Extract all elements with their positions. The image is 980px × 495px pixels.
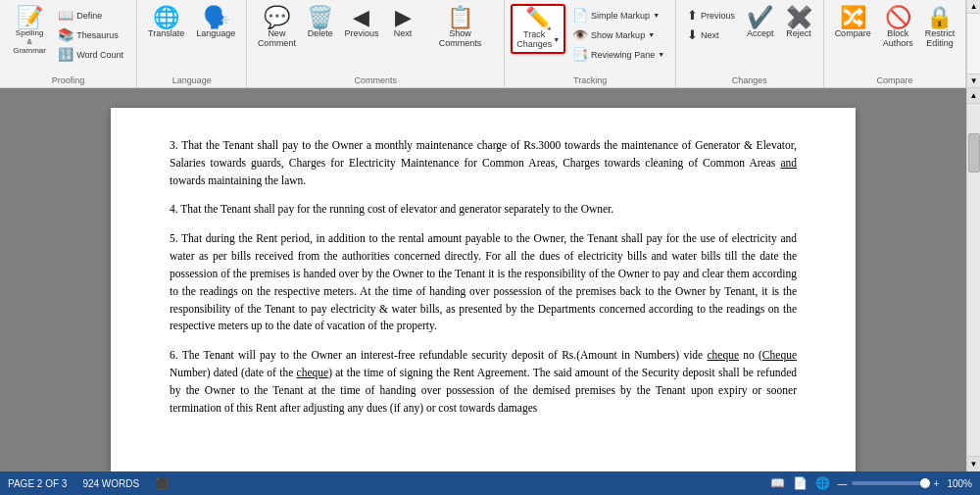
- define-button[interactable]: 📖 Define: [53, 6, 128, 25]
- track-changes-arrow: ▼: [553, 36, 560, 44]
- scrollbar-thumb[interactable]: [968, 133, 980, 173]
- track-changes-button[interactable]: ✏️ TrackChanges ▼: [511, 4, 565, 54]
- word-count-icon: 🔢: [58, 47, 74, 62]
- simple-markup-arrow: ▼: [653, 12, 660, 19]
- new-comment-label: NewComment: [258, 29, 296, 49]
- language-button[interactable]: 🗣️ Language: [191, 4, 240, 42]
- record-icon: ⬛: [155, 477, 169, 490]
- show-comments-icon: 📋: [447, 7, 473, 28]
- comments-group-label: Comments: [253, 74, 498, 85]
- tracking-small-buttons: 📄 Simple Markup ▼ 👁️ Show Markup ▼ 📑 Rev…: [567, 4, 669, 64]
- simple-markup-label: Simple Markup: [591, 11, 650, 21]
- show-comments-button[interactable]: 📋 Show Comments: [422, 4, 498, 52]
- next-change-icon: ⬇: [687, 27, 698, 42]
- next-comment-icon: ▶: [395, 7, 412, 28]
- next-change-button[interactable]: ⬇ Next: [682, 25, 740, 44]
- next-comment-button[interactable]: ▶ Next: [385, 4, 420, 42]
- restrict-editing-button[interactable]: 🔒 RestrictEditing: [920, 4, 960, 52]
- thesaurus-icon: 📚: [58, 27, 74, 42]
- document-scrollbar[interactable]: ▲ ▼: [966, 88, 980, 471]
- translate-icon: 🌐: [153, 7, 179, 28]
- changes-nav-col: ⬆ Previous ⬇ Next: [682, 4, 740, 44]
- web-layout-icon[interactable]: 🌐: [815, 476, 830, 490]
- spelling-grammar-button[interactable]: 📝 Spelling &Grammar: [8, 4, 51, 58]
- underline-cheque-number: Cheque: [762, 349, 797, 361]
- simple-markup-icon: 📄: [572, 8, 588, 23]
- show-markup-button[interactable]: 👁️ Show Markup ▼: [567, 25, 669, 44]
- delete-comment-button[interactable]: 🗑️ Delete: [302, 4, 337, 42]
- compare-button[interactable]: 🔀 Compare: [830, 4, 876, 42]
- accept-icon: ✔️: [747, 7, 773, 28]
- reviewing-pane-label: Reviewing Pane: [591, 50, 655, 60]
- zoom-slider[interactable]: [852, 481, 930, 485]
- paragraph-5: 5. That during the Rent period, in addit…: [170, 230, 797, 335]
- new-comment-button[interactable]: 💬 NewComment: [253, 4, 300, 52]
- comments-group: 💬 NewComment 🗑️ Delete ◀ Previous ▶ Next…: [247, 0, 505, 87]
- reviewing-pane-button[interactable]: 📑 Reviewing Pane ▼: [567, 45, 669, 64]
- reviewing-pane-icon: 📑: [572, 47, 588, 62]
- document-page[interactable]: 3. That the Tenant shall pay to the Owne…: [111, 108, 856, 471]
- restrict-editing-label: RestrictEditing: [925, 29, 956, 49]
- show-comments-label: Show Comments: [427, 29, 493, 49]
- previous-change-icon: ⬆: [687, 8, 698, 23]
- define-label: Define: [76, 11, 102, 21]
- previous-change-label: Previous: [701, 11, 735, 21]
- ribbon-scroll-up[interactable]: ▲: [967, 0, 980, 14]
- reject-button[interactable]: ✖️ Reject: [781, 4, 817, 42]
- changes-buttons: ⬆ Previous ⬇ Next ✔️ Accept ✖️ Reject: [682, 4, 817, 74]
- previous-change-button[interactable]: ⬆ Previous: [682, 6, 740, 25]
- tracking-buttons: ✏️ TrackChanges ▼ 📄 Simple Markup ▼ 👁️ S…: [511, 4, 669, 74]
- compare-group: 🔀 Compare 🚫 BlockAuthors 🔒 RestrictEditi…: [824, 0, 967, 87]
- proofing-buttons: 📝 Spelling &Grammar 📖 Define 📚 Thesaurus…: [8, 4, 128, 74]
- tracking-group: ✏️ TrackChanges ▼ 📄 Simple Markup ▼ 👁️ S…: [505, 0, 676, 87]
- zoom-out-icon[interactable]: —: [838, 478, 848, 489]
- translate-button[interactable]: 🌐 Translate: [143, 4, 189, 42]
- underline-cheque-2: cheque: [297, 367, 329, 378]
- underline-cheque-1: cheque: [707, 349, 739, 361]
- block-authors-label: BlockAuthors: [883, 29, 913, 49]
- show-markup-label: Show Markup: [591, 30, 645, 40]
- spelling-grammar-label: Spelling &Grammar: [13, 29, 46, 55]
- ribbon: 📝 Spelling &Grammar 📖 Define 📚 Thesaurus…: [0, 0, 980, 88]
- block-authors-button[interactable]: 🚫 BlockAuthors: [878, 4, 918, 52]
- document-container: 3. That the Tenant shall pay to the Owne…: [0, 88, 980, 471]
- word-count-status: 924 WORDS: [82, 478, 139, 489]
- zoom-slider-thumb[interactable]: [920, 478, 930, 488]
- simple-markup-button[interactable]: 📄 Simple Markup ▼: [567, 6, 669, 25]
- next-comment-label: Next: [394, 29, 413, 39]
- compare-buttons: 🔀 Compare 🚫 BlockAuthors 🔒 RestrictEditi…: [830, 4, 960, 74]
- underline-and: and: [780, 157, 797, 169]
- compare-label: Compare: [835, 29, 871, 39]
- page-status: PAGE 2 OF 3: [8, 478, 67, 489]
- word-count-label: Word Count: [76, 50, 123, 60]
- word-count-button[interactable]: 🔢 Word Count: [53, 45, 128, 64]
- paragraph-6: 6. The Tenant will pay to the Owner an i…: [170, 347, 797, 417]
- comments-buttons: 💬 NewComment 🗑️ Delete ◀ Previous ▶ Next…: [253, 4, 498, 74]
- scrollbar-track[interactable]: [967, 104, 980, 456]
- track-changes-icon: ✏️: [525, 8, 552, 29]
- thesaurus-label: Thesaurus: [76, 30, 119, 40]
- reject-label: Reject: [786, 29, 811, 39]
- changes-group: ⬆ Previous ⬇ Next ✔️ Accept ✖️ Reject: [676, 0, 824, 87]
- language-buttons: 🌐 Translate 🗣️ Language: [143, 4, 240, 74]
- print-layout-icon[interactable]: 📄: [793, 476, 808, 490]
- paragraph-4: 4. That the Tenant shall pay for the run…: [170, 201, 797, 219]
- zoom-control[interactable]: — +: [838, 478, 940, 489]
- ribbon-tabs: 📝 Spelling &Grammar 📖 Define 📚 Thesaurus…: [0, 0, 980, 87]
- previous-comment-button[interactable]: ◀ Previous: [340, 4, 383, 42]
- zoom-percentage: 100%: [947, 478, 972, 489]
- thesaurus-button[interactable]: 📚 Thesaurus: [53, 25, 128, 44]
- language-icon: 🗣️: [203, 7, 229, 28]
- proofing-small-buttons: 📖 Define 📚 Thesaurus 🔢 Word Count: [53, 4, 128, 64]
- language-label: Language: [196, 29, 235, 39]
- read-mode-icon[interactable]: 📖: [770, 476, 785, 490]
- scrollbar-up-button[interactable]: ▲: [967, 88, 980, 104]
- accept-button[interactable]: ✔️ Accept: [742, 4, 779, 42]
- reviewing-pane-arrow: ▼: [658, 51, 664, 58]
- ribbon-scroll-down[interactable]: ▼: [967, 74, 980, 87]
- zoom-in-icon[interactable]: +: [934, 478, 940, 489]
- scrollbar-down-button[interactable]: ▼: [967, 456, 980, 471]
- define-icon: 📖: [58, 8, 74, 23]
- ribbon-scrollbar[interactable]: ▲ ▼: [966, 0, 980, 87]
- restrict-editing-icon: 🔒: [926, 7, 953, 28]
